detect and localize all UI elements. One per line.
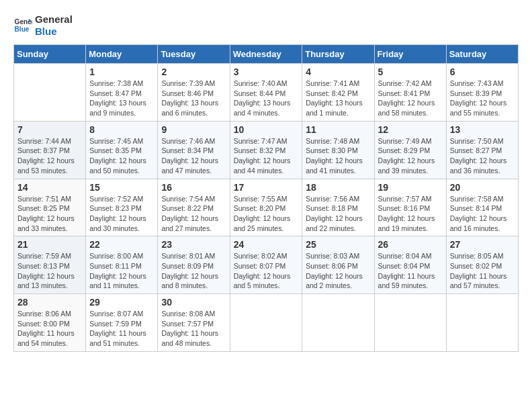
calendar-cell: 13Sunrise: 7:50 AMSunset: 8:27 PMDayligh… bbox=[446, 121, 518, 179]
calendar-cell: 29Sunrise: 8:07 AMSunset: 7:59 PMDayligh… bbox=[86, 294, 158, 352]
day-info: Sunrise: 7:52 AMSunset: 8:23 PMDaylight:… bbox=[89, 194, 154, 234]
calendar-cell: 30Sunrise: 8:08 AMSunset: 7:57 PMDayligh… bbox=[158, 294, 230, 352]
day-number: 29 bbox=[89, 297, 154, 308]
day-info: Sunrise: 7:55 AMSunset: 8:20 PMDaylight:… bbox=[234, 194, 299, 234]
calendar-cell: 2Sunrise: 7:39 AMSunset: 8:46 PMDaylight… bbox=[158, 64, 230, 122]
day-info: Sunrise: 7:44 AMSunset: 8:37 PMDaylight:… bbox=[17, 136, 82, 176]
day-info: Sunrise: 7:47 AMSunset: 8:32 PMDaylight:… bbox=[234, 136, 299, 176]
day-info: Sunrise: 7:42 AMSunset: 8:41 PMDaylight:… bbox=[378, 79, 443, 118]
day-info: Sunrise: 8:01 AMSunset: 8:09 PMDaylight:… bbox=[161, 251, 226, 291]
day-info: Sunrise: 7:46 AMSunset: 8:34 PMDaylight:… bbox=[161, 136, 226, 176]
day-info: Sunrise: 7:39 AMSunset: 8:46 PMDaylight:… bbox=[161, 79, 226, 118]
day-number: 6 bbox=[450, 66, 515, 77]
calendar-cell: 7Sunrise: 7:44 AMSunset: 8:37 PMDaylight… bbox=[14, 121, 86, 179]
header-saturday: Saturday bbox=[446, 45, 518, 64]
calendar-cell: 17Sunrise: 7:55 AMSunset: 8:20 PMDayligh… bbox=[230, 179, 302, 236]
day-number: 11 bbox=[306, 124, 370, 135]
calendar-cell: 20Sunrise: 7:58 AMSunset: 8:14 PMDayligh… bbox=[446, 179, 518, 236]
calendar-cell bbox=[230, 294, 302, 352]
calendar-cell: 4Sunrise: 7:41 AMSunset: 8:42 PMDaylight… bbox=[302, 64, 374, 122]
logo-icon: General Blue bbox=[13, 16, 32, 35]
day-info: Sunrise: 7:49 AMSunset: 8:29 PMDaylight:… bbox=[378, 136, 443, 176]
day-number: 12 bbox=[378, 124, 443, 135]
calendar-week-5: 28Sunrise: 8:06 AMSunset: 8:00 PMDayligh… bbox=[14, 294, 519, 352]
day-number: 21 bbox=[17, 239, 82, 250]
calendar-cell: 27Sunrise: 8:05 AMSunset: 8:02 PMDayligh… bbox=[446, 236, 518, 294]
day-number: 10 bbox=[234, 124, 299, 135]
day-number: 27 bbox=[450, 239, 515, 250]
calendar-cell: 11Sunrise: 7:48 AMSunset: 8:30 PMDayligh… bbox=[302, 121, 374, 179]
day-info: Sunrise: 8:03 AMSunset: 8:06 PMDaylight:… bbox=[306, 251, 370, 291]
day-info: Sunrise: 7:50 AMSunset: 8:27 PMDaylight:… bbox=[450, 136, 515, 176]
header-wednesday: Wednesday bbox=[230, 45, 302, 64]
calendar-cell: 3Sunrise: 7:40 AMSunset: 8:44 PMDaylight… bbox=[230, 64, 302, 122]
day-number: 20 bbox=[450, 182, 515, 193]
calendar-cell bbox=[446, 294, 518, 352]
day-info: Sunrise: 8:06 AMSunset: 8:00 PMDaylight:… bbox=[17, 309, 82, 349]
header-friday: Friday bbox=[374, 45, 446, 64]
calendar-week-1: 1Sunrise: 7:38 AMSunset: 8:47 PMDaylight… bbox=[14, 64, 519, 122]
day-info: Sunrise: 8:07 AMSunset: 7:59 PMDaylight:… bbox=[89, 309, 154, 349]
day-info: Sunrise: 7:40 AMSunset: 8:44 PMDaylight:… bbox=[234, 79, 299, 118]
day-number: 8 bbox=[89, 124, 154, 135]
calendar-cell: 14Sunrise: 7:51 AMSunset: 8:25 PMDayligh… bbox=[14, 179, 86, 236]
day-info: Sunrise: 7:56 AMSunset: 8:18 PMDaylight:… bbox=[306, 194, 370, 234]
day-info: Sunrise: 7:57 AMSunset: 8:16 PMDaylight:… bbox=[378, 194, 443, 234]
day-info: Sunrise: 7:51 AMSunset: 8:25 PMDaylight:… bbox=[17, 194, 82, 234]
day-info: Sunrise: 7:48 AMSunset: 8:30 PMDaylight:… bbox=[306, 136, 370, 176]
day-info: Sunrise: 7:54 AMSunset: 8:22 PMDaylight:… bbox=[161, 194, 226, 234]
day-number: 22 bbox=[89, 239, 154, 250]
day-info: Sunrise: 7:43 AMSunset: 8:39 PMDaylight:… bbox=[450, 79, 515, 118]
calendar-cell: 23Sunrise: 8:01 AMSunset: 8:09 PMDayligh… bbox=[158, 236, 230, 294]
calendar-week-3: 14Sunrise: 7:51 AMSunset: 8:25 PMDayligh… bbox=[14, 179, 519, 236]
day-number: 23 bbox=[161, 239, 226, 250]
day-info: Sunrise: 8:04 AMSunset: 8:04 PMDaylight:… bbox=[378, 251, 443, 291]
calendar-cell: 26Sunrise: 8:04 AMSunset: 8:04 PMDayligh… bbox=[374, 236, 446, 294]
day-info: Sunrise: 7:45 AMSunset: 8:35 PMDaylight:… bbox=[89, 136, 154, 176]
day-number: 17 bbox=[234, 182, 299, 193]
day-number: 16 bbox=[161, 182, 226, 193]
calendar-cell: 25Sunrise: 8:03 AMSunset: 8:06 PMDayligh… bbox=[302, 236, 374, 294]
calendar-cell: 24Sunrise: 8:02 AMSunset: 8:07 PMDayligh… bbox=[230, 236, 302, 294]
day-number: 25 bbox=[306, 239, 370, 250]
day-number: 19 bbox=[378, 182, 443, 193]
calendar-cell: 15Sunrise: 7:52 AMSunset: 8:23 PMDayligh… bbox=[86, 179, 158, 236]
day-info: Sunrise: 8:08 AMSunset: 7:57 PMDaylight:… bbox=[161, 309, 226, 349]
day-number: 2 bbox=[161, 66, 226, 77]
logo: General Blue General Blue bbox=[13, 13, 73, 38]
calendar-table: SundayMondayTuesdayWednesdayThursdayFrid… bbox=[13, 44, 519, 352]
day-info: Sunrise: 7:59 AMSunset: 8:13 PMDaylight:… bbox=[17, 251, 82, 291]
day-info: Sunrise: 7:58 AMSunset: 8:14 PMDaylight:… bbox=[450, 194, 515, 234]
day-info: Sunrise: 8:02 AMSunset: 8:07 PMDaylight:… bbox=[234, 251, 299, 291]
calendar-cell: 6Sunrise: 7:43 AMSunset: 8:39 PMDaylight… bbox=[446, 64, 518, 122]
logo-text-line2: Blue bbox=[35, 26, 73, 38]
calendar-cell: 5Sunrise: 7:42 AMSunset: 8:41 PMDaylight… bbox=[374, 64, 446, 122]
calendar-cell: 1Sunrise: 7:38 AMSunset: 8:47 PMDaylight… bbox=[86, 64, 158, 122]
header-monday: Monday bbox=[86, 45, 158, 64]
calendar-cell: 19Sunrise: 7:57 AMSunset: 8:16 PMDayligh… bbox=[374, 179, 446, 236]
day-info: Sunrise: 8:05 AMSunset: 8:02 PMDaylight:… bbox=[450, 251, 515, 291]
page-header: General Blue General Blue bbox=[13, 13, 519, 38]
logo-text-line1: General bbox=[35, 13, 73, 26]
calendar-cell: 8Sunrise: 7:45 AMSunset: 8:35 PMDaylight… bbox=[86, 121, 158, 179]
day-info: Sunrise: 8:00 AMSunset: 8:11 PMDaylight:… bbox=[89, 251, 154, 291]
calendar-cell bbox=[14, 64, 86, 122]
day-number: 24 bbox=[234, 239, 299, 250]
day-number: 9 bbox=[161, 124, 226, 135]
calendar-week-2: 7Sunrise: 7:44 AMSunset: 8:37 PMDaylight… bbox=[14, 121, 519, 179]
day-number: 30 bbox=[161, 297, 226, 308]
day-info: Sunrise: 7:41 AMSunset: 8:42 PMDaylight:… bbox=[306, 79, 370, 118]
calendar-cell: 22Sunrise: 8:00 AMSunset: 8:11 PMDayligh… bbox=[86, 236, 158, 294]
header-tuesday: Tuesday bbox=[158, 45, 230, 64]
calendar-cell: 16Sunrise: 7:54 AMSunset: 8:22 PMDayligh… bbox=[158, 179, 230, 236]
calendar-cell: 21Sunrise: 7:59 AMSunset: 8:13 PMDayligh… bbox=[14, 236, 86, 294]
day-number: 4 bbox=[306, 66, 370, 77]
day-number: 26 bbox=[378, 239, 443, 250]
calendar-cell: 12Sunrise: 7:49 AMSunset: 8:29 PMDayligh… bbox=[374, 121, 446, 179]
calendar-cell: 9Sunrise: 7:46 AMSunset: 8:34 PMDaylight… bbox=[158, 121, 230, 179]
calendar-cell: 10Sunrise: 7:47 AMSunset: 8:32 PMDayligh… bbox=[230, 121, 302, 179]
day-number: 5 bbox=[378, 66, 443, 77]
day-number: 28 bbox=[17, 297, 82, 308]
calendar-cell: 28Sunrise: 8:06 AMSunset: 8:00 PMDayligh… bbox=[14, 294, 86, 352]
svg-text:Blue: Blue bbox=[15, 26, 30, 33]
